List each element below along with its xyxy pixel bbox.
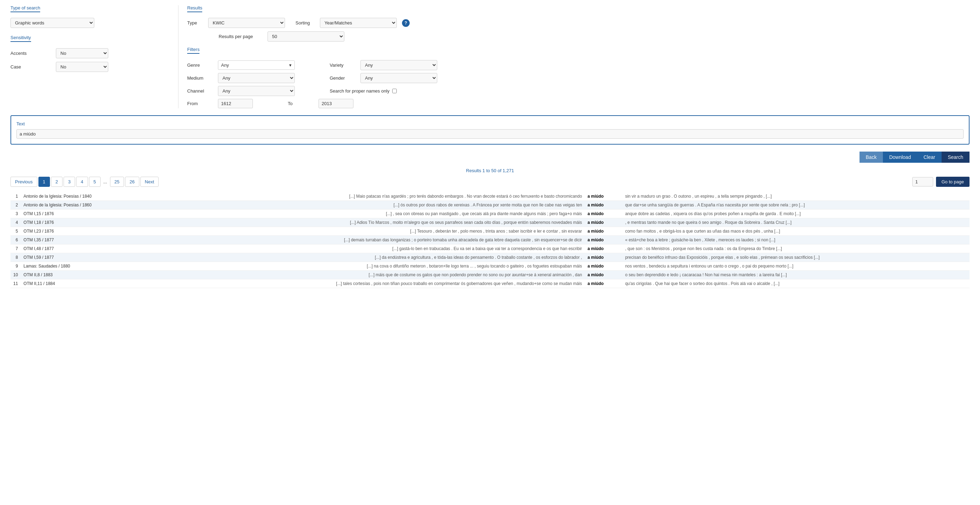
left-context: [...] , sea con obreas ou pan mastigado … — [148, 210, 585, 218]
from-label: From — [187, 101, 215, 106]
result-type-select[interactable]: KWIC Sentences Paragraphs — [208, 18, 285, 28]
right-context: « está+che boa a lebre ; guisáche-la ben… — [622, 236, 969, 244]
gender-select[interactable]: Any — [360, 73, 437, 83]
clear-button[interactable]: Clear — [917, 151, 941, 163]
left-context: [...] demais turraban das longanizas ; o… — [148, 236, 585, 244]
kwic-match: a miúdo — [585, 253, 622, 262]
medium-label: Medium — [187, 75, 215, 81]
download-button[interactable]: Download — [883, 151, 917, 163]
kwic-match: a miúdo — [585, 192, 622, 201]
source-col: OTM I,18 / 1876 — [21, 218, 148, 227]
results-per-page-label: Results per page — [219, 34, 264, 39]
table-row: 5 OTM I,23 / 1876 [...] Tesouro , deberá… — [11, 227, 969, 236]
source-col: OTM I,59 / 1877 — [21, 253, 148, 262]
table-row: 7 OTM I,48 / 1877 [...] gastá-lo ben en … — [11, 244, 969, 253]
sensitivity-section: Sensitivity Accents No Yes Case No Yes — [11, 35, 171, 72]
source-col: Lamas: Saudades / 1880 — [21, 262, 148, 271]
source-col: OTM I,15 / 1876 — [21, 210, 148, 218]
left-context: [...] Adios Tío Marcos , moito m'alegro … — [148, 218, 585, 227]
search-button[interactable]: Search — [942, 151, 969, 163]
left-context: [...] Tesouro , deberán ter , polo menos… — [148, 227, 585, 236]
row-num: 5 — [11, 227, 21, 236]
filters-section: Filters Genre Any ▾ Variety — [187, 47, 969, 108]
row-num: 9 — [11, 262, 21, 271]
page-4-button[interactable]: 4 — [76, 177, 88, 187]
left-context: [...] tales cortesías , pois non tiñan p… — [148, 279, 585, 288]
text-input[interactable] — [16, 129, 964, 139]
page-3-button[interactable]: 3 — [64, 177, 75, 187]
source-col: Antonio de la Iglesia: Poesías / 1860 — [21, 201, 148, 210]
source-col: OTM II,8 / 1883 — [21, 271, 148, 279]
right-context: anque dobre as cadelas , xiquera os días… — [622, 210, 969, 218]
page-5-button[interactable]: 5 — [89, 177, 100, 187]
table-row: 11 OTM II,11 / 1884 [...] tales cortesía… — [11, 279, 969, 288]
results-table: 1 Antonio de la Iglesia: Poesías / 1840 … — [11, 192, 969, 288]
from-input[interactable] — [218, 99, 253, 108]
proper-names-label: Search for proper names only — [330, 88, 390, 94]
channel-select[interactable]: Any — [218, 86, 295, 96]
left-context: [...] na cova o difuntiño meteron , bota… — [148, 262, 585, 271]
sorting-select[interactable]: Year/Matches Alphabetical — [320, 18, 397, 28]
back-button[interactable]: Back — [859, 151, 883, 163]
variety-select[interactable]: Any — [360, 60, 437, 70]
pagination-row: Previous 1 2 3 4 5 ... 25 26 Next Go to … — [11, 177, 969, 187]
to-input[interactable] — [318, 99, 353, 108]
action-buttons: Back Download Clear Search — [11, 151, 969, 163]
page-26-button[interactable]: 26 — [125, 177, 139, 187]
genre-arrow-icon: ▾ — [289, 62, 292, 68]
sorting-label: Sorting — [296, 20, 317, 25]
row-num: 4 — [11, 218, 21, 227]
right-context: precisan do benéfico infruxo das Exposic… — [622, 253, 969, 262]
kwic-match: a miúdo — [585, 271, 622, 279]
sorting-help-button[interactable]: ? — [402, 19, 410, 27]
genre-label: Genre — [187, 62, 215, 68]
previous-button[interactable]: Previous — [11, 177, 37, 187]
row-num: 3 — [11, 210, 21, 218]
proper-names-checkbox[interactable] — [392, 89, 397, 93]
left-context: [...] Maio patacas n'as agardés ; pro te… — [148, 192, 585, 201]
goto-button[interactable]: Go to page — [936, 177, 969, 187]
table-row: 10 OTM II,8 / 1883 [...] máis que de cos… — [11, 271, 969, 279]
table-row: 9 Lamas: Saudades / 1880 [...] na cova o… — [11, 262, 969, 271]
table-row: 8 OTM I,59 / 1877 [...] da endústrea e a… — [11, 253, 969, 262]
left-context: [...] máis que de costume os galos que n… — [148, 271, 585, 279]
medium-select[interactable]: Any — [218, 73, 295, 83]
type-of-search-label: Type of search — [11, 5, 40, 12]
filters-label: Filters — [187, 47, 199, 54]
type-of-search-select[interactable]: Graphic words Lemma Tag Phrase — [11, 18, 94, 28]
page-1-button[interactable]: 1 — [38, 177, 50, 187]
row-num: 1 — [11, 192, 21, 201]
source-col: OTM II,11 / 1884 — [21, 279, 148, 288]
case-label: Case — [11, 64, 56, 70]
accents-select[interactable]: No Yes — [56, 48, 108, 58]
row-num: 8 — [11, 253, 21, 262]
source-col: OTM I,35 / 1877 — [21, 236, 148, 244]
right-context: qu'as cirigolas . Que hai que facer o so… — [622, 279, 969, 288]
goto-input[interactable] — [912, 177, 933, 186]
to-label: To — [288, 101, 316, 106]
kwic-match: a miúdo — [585, 218, 622, 227]
source-col: OTM I,23 / 1876 — [21, 227, 148, 236]
row-num: 11 — [11, 279, 21, 288]
table-row: 6 OTM I,35 / 1877 [...] demais turraban … — [11, 236, 969, 244]
results-label: Results — [187, 5, 202, 12]
left-context: [...] ós outros por dous rabos de xereix… — [148, 201, 585, 210]
results-section: Results Type KWIC Sentences Paragraphs S… — [187, 5, 969, 41]
right-context: sin vir a maduro un grao . O outono , un… — [622, 192, 969, 201]
right-context: o seu ben deprendido e ledo ¡ cacaracaa … — [622, 271, 969, 279]
left-context: [...] da endústrea e agricultura , e tód… — [148, 253, 585, 262]
results-per-page-select[interactable]: 50 25 100 — [267, 32, 344, 41]
right-context: nos ventos , bendeciu a sepultura i ento… — [622, 262, 969, 271]
next-button[interactable]: Next — [140, 177, 159, 187]
kwic-match: a miúdo — [585, 227, 622, 236]
row-num: 2 — [11, 201, 21, 210]
table-row: 4 OTM I,18 / 1876 [...] Adios Tío Marcos… — [11, 218, 969, 227]
right-context: , e mentras tanto mande no que queira ó … — [622, 218, 969, 227]
text-section-label: Text — [16, 121, 964, 126]
right-context: que dar+se unha sangüía de guerras . A E… — [622, 201, 969, 210]
page-25-button[interactable]: 25 — [110, 177, 124, 187]
genre-button[interactable]: Any ▾ — [218, 61, 295, 70]
case-select[interactable]: No Yes — [56, 62, 108, 72]
page-2-button[interactable]: 2 — [51, 177, 62, 187]
row-num: 10 — [11, 271, 21, 279]
